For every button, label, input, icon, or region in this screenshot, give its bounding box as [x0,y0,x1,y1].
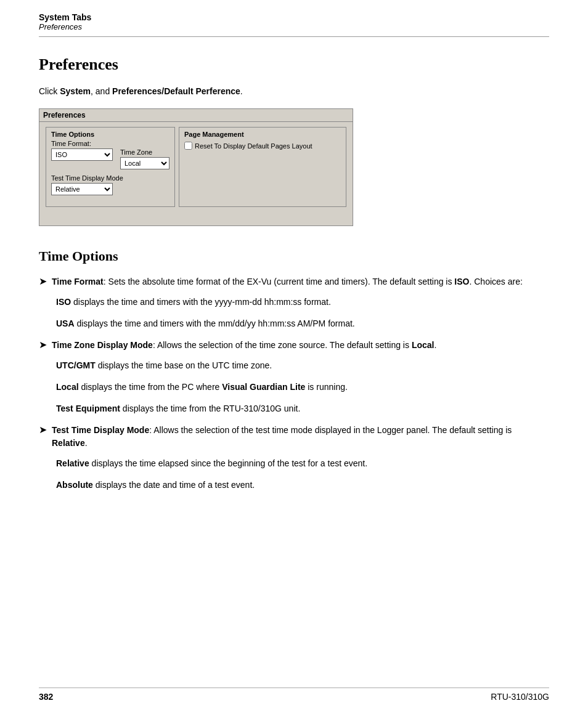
header-title: System Tabs [39,12,549,22]
footer-product: RTU-310/310G [491,692,549,702]
intro-prefix: Click [39,86,60,96]
test-time-label: Test Time Display Mode [51,174,169,182]
sub-usa: USA displays the time and timers with th… [56,317,549,330]
dialog-group-label: Time Options [51,131,169,138]
bullet-item-time-format: ➤ Time Format: Sets the absolute time fo… [39,275,549,288]
timezone-text1: : Allows the selection of the time zone … [153,340,412,350]
dialog-body: Time Options Time Format: ISO Time Zone … [39,122,353,225]
absolute-text: displays the date and time of a test eve… [93,480,255,490]
local-bold: Local [56,382,79,392]
intro-mid: , and [91,86,112,96]
utcgmt-bold: UTC/GMT [56,360,96,370]
visual-guardian-bold: Visual Guardian Lite [222,382,305,392]
test-equipment-bold: Test Equipment [56,404,120,413]
absolute-bold: Absolute [56,480,93,490]
intro-bold-preferences: Preferences/Default Perference [112,86,240,96]
timezone-select[interactable]: Local [120,157,169,169]
intro-bold-system: System [60,86,91,96]
page-footer: 382 RTU-310/310G [39,688,549,702]
sub-utcgmt: UTC/GMT displays the time base on the UT… [56,359,549,372]
reset-checkbox-row: Reset To Display Default Pages Layout [184,142,341,150]
dialog-titlebar: Preferences [39,109,353,122]
dialog-left-panel: Time Options Time Format: ISO Time Zone … [46,127,175,207]
timezone-bold: Time Zone Display Mode [52,340,153,350]
sub-absolute: Absolute displays the date and time of a… [56,479,549,492]
time-format-label: Time Format: [51,140,169,147]
page-management-label: Page Management [184,131,341,138]
time-format-select[interactable]: ISO [51,148,113,161]
page-header: System Tabs Preferences [39,12,549,37]
utcgmt-text: displays the time base on the UTC time z… [96,360,272,370]
local-text1: displays the time from the PC where [79,382,223,392]
timezone-local-bold: Local [412,340,435,350]
bullet-text-test-time: Test Time Display Mode: Allows the selec… [52,424,549,450]
dialog-right-panel: Page Management Reset To Display Default… [179,127,346,207]
bullet-text-timezone: Time Zone Display Mode: Allows the selec… [52,339,436,352]
relative-bold: Relative [56,458,89,468]
test-time-row: Relative [51,183,169,195]
arrow-icon-2: ➤ [39,339,47,351]
page-title: Preferences [39,55,549,74]
sub-local: Local displays the time from the PC wher… [56,381,549,394]
sub-test-equipment: Test Equipment displays the time from th… [56,402,549,415]
time-zone-label: Time Zone [120,148,169,156]
timezone-group: Time Zone Local [120,148,169,169]
time-format-iso-bold: ISO [454,277,469,286]
time-format-row: ISO Time Zone Local [51,148,169,169]
reset-checkbox[interactable] [184,142,192,150]
time-format-text2: . Choices are: [469,277,522,286]
local-text2: is running. [305,382,347,392]
intro-paragraph: Click System, and Preferences/Default Pe… [39,86,549,96]
header-subtitle: Preferences [39,22,549,31]
sub-iso: ISO displays the time and timers with th… [56,296,549,309]
relative-text: displays the time elapsed since the begi… [89,458,367,468]
time-format-text1: : Sets the absolute time format of the E… [104,277,455,286]
test-time-bold: Test Time Display Mode [52,425,149,435]
timezone-text2: . [434,340,436,350]
sub-relative: Relative displays the time elapsed since… [56,457,549,470]
test-time-relative-bold: Relative [52,438,85,448]
test-time-text2: . [85,438,88,448]
time-options-heading: Time Options [39,248,549,264]
time-format-bold: Time Format [52,277,104,286]
arrow-icon-1: ➤ [39,275,47,287]
usa-text: displays the time and timers with the mm… [75,318,355,328]
bullet-item-test-time: ➤ Test Time Display Mode: Allows the sel… [39,424,549,450]
footer-page-number: 382 [39,692,53,702]
usa-bold: USA [56,318,75,328]
test-equipment-text: displays the time from the RTU-310/310G … [120,404,300,413]
reset-checkbox-label: Reset To Display Default Pages Layout [195,142,312,150]
iso-bold: ISO [56,297,71,307]
test-time-select[interactable]: Relative [51,183,113,195]
bullet-item-timezone: ➤ Time Zone Display Mode: Allows the sel… [39,339,549,352]
arrow-icon-3: ➤ [39,424,47,436]
iso-text: displays the time and timers with the yy… [71,297,331,307]
bullet-text-time-format: Time Format: Sets the absolute time form… [52,275,523,288]
intro-suffix: . [240,86,243,96]
preferences-dialog: Preferences Time Options Time Format: IS… [39,108,353,226]
test-time-text1: : Allows the selection of the test time … [149,425,512,435]
